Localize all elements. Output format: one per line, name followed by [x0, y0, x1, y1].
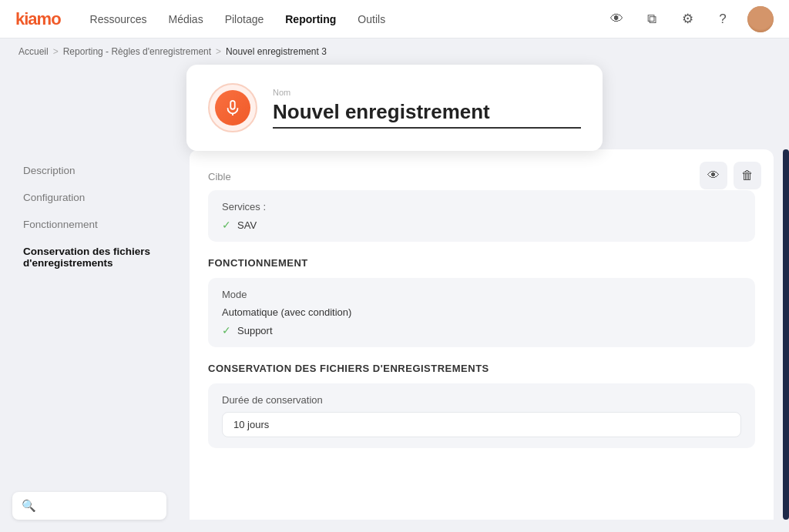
conservation-heading: CONSERVATION DES FICHIERS D'ENREGISTREME…: [208, 363, 755, 374]
sidebar-item-configuration[interactable]: Configuration: [12, 184, 174, 211]
sidebar-item-fonctionnement[interactable]: Fonctionnement: [12, 211, 174, 238]
help-icon[interactable]: ?: [712, 8, 734, 30]
top-navigation: kiamo Ressources Médias Pilotage Reporti…: [0, 0, 789, 38]
cible-tag-value: SAV: [237, 219, 257, 231]
search-bar[interactable]: 🔍: [12, 492, 166, 520]
card-header-info: Nom Nouvel enregistrement: [273, 88, 581, 129]
breadcrumb-sep1: >: [53, 46, 59, 57]
cible-box: Services : ✓ SAV: [208, 190, 755, 242]
sidebar: Description Configuration Fonctionnement…: [12, 65, 182, 520]
record-card-header: Nom Nouvel enregistrement: [186, 65, 603, 151]
duree-label: Durée de conservation: [222, 394, 741, 406]
kiamo-logo: kiamo: [15, 9, 61, 29]
mic-icon: [215, 90, 250, 125]
name-label: Nom: [273, 88, 581, 97]
eye-icon[interactable]: 👁: [606, 8, 627, 30]
view-button[interactable]: 👁: [700, 162, 727, 189]
breadcrumb-sep2: >: [216, 46, 221, 57]
copy-icon[interactable]: ⧉: [641, 8, 663, 30]
sidebar-item-conservation[interactable]: Conservation des fichiers d'enregistreme…: [12, 238, 174, 276]
mode-value: Automatique (avec condition): [222, 306, 741, 318]
action-buttons: 👁 🗑: [700, 162, 761, 189]
main-layout: Nom Nouvel enregistrement Description Co…: [0, 65, 789, 532]
search-icon: 🔍: [22, 499, 36, 513]
avatar[interactable]: [747, 6, 774, 32]
mode-tag-item: ✓ Support: [222, 324, 741, 336]
cible-label: Cible: [208, 171, 755, 182]
mode-box: Mode Automatique (avec condition) ✓ Supp…: [208, 278, 755, 347]
breadcrumb: Accueil > Reporting - Règles d'enregistr…: [0, 38, 789, 65]
breadcrumb-home[interactable]: Accueil: [18, 46, 49, 57]
nav-outils[interactable]: Outils: [358, 10, 385, 28]
check-icon-support: ✓: [222, 324, 231, 336]
nav-reporting[interactable]: Reporting: [285, 10, 336, 28]
check-icon-sav: ✓: [222, 219, 231, 231]
delete-button[interactable]: 🗑: [734, 162, 761, 189]
sidebar-item-description[interactable]: Description: [12, 157, 174, 184]
mode-tag-value: Support: [237, 325, 273, 336]
duration-box: Durée de conservation 10 jours: [208, 383, 755, 448]
duree-value: 10 jours: [222, 412, 741, 437]
content-inner: 👁 🗑 Cible Services : ✓ SAV FONCTIONNEMEN…: [190, 149, 774, 520]
mic-icon-wrap: [208, 83, 257, 132]
fonctionnement-heading: FONCTIONNEMENT: [208, 257, 755, 269]
nav-icon-group: 👁 ⧉ ⚙ ?: [606, 6, 774, 32]
cible-box-title: Services :: [222, 201, 741, 212]
breadcrumb-current: Nouvel enregistrement 3: [226, 46, 327, 57]
nav-medias[interactable]: Médias: [169, 10, 203, 28]
cible-tag-item: ✓ SAV: [222, 219, 741, 231]
nav-pilotage[interactable]: Pilotage: [225, 10, 264, 28]
gear-icon[interactable]: ⚙: [677, 8, 698, 30]
record-name[interactable]: Nouvel enregistrement: [273, 100, 581, 129]
nav-ressources[interactable]: Ressources: [90, 10, 147, 28]
breadcrumb-middle[interactable]: Reporting - Règles d'enregistrement: [63, 46, 211, 57]
mode-label: Mode: [222, 289, 741, 300]
scroll-indicator: [783, 149, 789, 520]
